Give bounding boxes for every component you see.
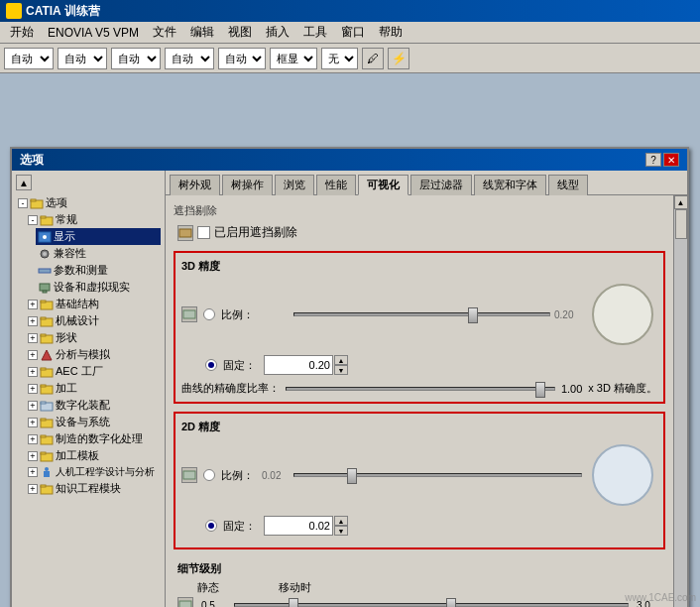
scroll-thumb[interactable]: [675, 209, 687, 239]
menu-edit[interactable]: 编辑: [184, 22, 220, 43]
tree-item-analysis[interactable]: + 分析与模拟: [26, 346, 161, 363]
toolbar-select-4[interactable]: 自动: [165, 48, 214, 69]
tree-expand-general[interactable]: -: [28, 215, 38, 225]
menu-view[interactable]: 视图: [222, 22, 258, 43]
toolbar-btn-2[interactable]: ⚡: [388, 48, 409, 69]
occlusion-icon: [177, 225, 193, 241]
precision-2d-ratio-radio[interactable]: [203, 469, 215, 481]
toolbar-select-3[interactable]: 自动: [111, 48, 161, 69]
title-bar: CATIA 训练营: [0, 0, 700, 22]
svg-rect-19: [41, 368, 46, 370]
curve-label: 曲线的精确度比率：: [181, 381, 280, 396]
menu-start[interactable]: 开始: [4, 22, 40, 43]
menu-bar: 开始 ENOVIA V5 VPM 文件 编辑 视图 插入 工具 窗口 帮助: [0, 22, 700, 44]
svg-rect-31: [44, 471, 50, 477]
tab-visualization[interactable]: 可视化: [358, 175, 408, 195]
precision-3d-fixed-input[interactable]: [264, 355, 333, 375]
tree-item-knowledge[interactable]: + 知识工程模块: [26, 480, 161, 497]
tree-item-measure[interactable]: 参数和测量: [36, 262, 161, 279]
svg-rect-21: [41, 385, 46, 387]
toolbar-select-7[interactable]: 无: [321, 48, 358, 69]
tab-layer-filter[interactable]: 层过滤器: [410, 175, 472, 195]
detail-slider[interactable]: [234, 603, 629, 607]
tree-item-systems[interactable]: + 设备与系统: [26, 414, 161, 430]
menu-enovia[interactable]: ENOVIA V5 VPM: [42, 24, 145, 42]
tree-expand-machining[interactable]: +: [28, 384, 38, 394]
tree-expand-systems[interactable]: +: [28, 418, 38, 427]
precision-2d-fixed-radio[interactable]: [205, 520, 217, 532]
tree-scroll-up[interactable]: ▲: [16, 175, 32, 190]
tree-expand-machtemp[interactable]: +: [28, 451, 38, 461]
tree-item-general[interactable]: - 常规: [26, 211, 161, 228]
menu-insert[interactable]: 插入: [260, 22, 295, 43]
tree-expand-root[interactable]: -: [18, 198, 28, 208]
tab-linewidth-font[interactable]: 线宽和字体: [474, 175, 546, 195]
menu-file[interactable]: 文件: [147, 22, 182, 43]
tree-expand-shape[interactable]: +: [28, 333, 38, 343]
precision-2d-ratio-slider[interactable]: [293, 473, 582, 477]
tree-expand-infra[interactable]: +: [28, 300, 38, 309]
tree-expand-mech[interactable]: +: [28, 316, 38, 326]
dialog-help-button[interactable]: ?: [645, 153, 661, 167]
precision-2d-fixed-down[interactable]: ▼: [334, 526, 348, 536]
scroll-up-arrow[interactable]: ▲: [674, 195, 688, 209]
precision-3d-icon: [181, 306, 197, 322]
tree-item-machtemp[interactable]: + 加工模板: [26, 447, 161, 464]
tree-item-root[interactable]: - 选项: [16, 194, 161, 211]
detail-title: 细节级别: [177, 561, 661, 576]
precision-2d-fixed-up[interactable]: ▲: [334, 516, 348, 526]
svg-point-40: [593, 285, 652, 344]
precision-3d-fixed-label: 固定：: [223, 358, 258, 373]
toolbar-select-5[interactable]: 自动: [218, 48, 266, 69]
precision-3d-ratio-radio[interactable]: [203, 308, 215, 320]
tab-tree-ops[interactable]: 树操作: [222, 175, 273, 195]
tree-item-infra[interactable]: + 基础结构: [26, 296, 161, 312]
tree-expand-knowledge[interactable]: +: [28, 484, 38, 494]
precision-3d-ratio-slider[interactable]: [293, 312, 550, 316]
tree-item-display[interactable]: 显示: [36, 228, 161, 245]
tree-item-aec[interactable]: + AEC 工厂: [26, 363, 161, 380]
precision-2d-fixed-input[interactable]: [264, 516, 333, 536]
dialog-title-bar: 选项 ? ✕: [12, 149, 687, 171]
tree-expand-mfgdigital[interactable]: +: [28, 434, 38, 444]
scroll-track[interactable]: [674, 209, 688, 607]
dialog-close-button[interactable]: ✕: [663, 153, 679, 167]
toolbar-select-1[interactable]: 自动: [4, 48, 54, 69]
tree-item-mechdesign[interactable]: + 机械设计: [26, 312, 161, 329]
precision-3d-fixed-spinner: ▲ ▼: [264, 355, 348, 375]
tree-item-compat[interactable]: 兼容性: [36, 245, 161, 262]
tree-item-digital[interactable]: + 数字化装配: [26, 397, 161, 414]
tree-item-ergon[interactable]: + 人机工程学设计与分析: [26, 464, 161, 480]
precision-3d-fixed-up[interactable]: ▲: [334, 355, 348, 365]
app-title: CATIA 训练营: [26, 3, 100, 20]
occlusion-checkbox[interactable]: [197, 226, 210, 239]
tree-expand-digital[interactable]: +: [28, 401, 38, 411]
precision-2d-fixed-row: 固定： ▲ ▼: [181, 516, 657, 536]
toolbar-select-2[interactable]: 自动: [58, 48, 107, 69]
precision-3d-fixed-radio[interactable]: [205, 359, 217, 371]
occlusion-title: 遮挡剔除: [174, 203, 665, 218]
curve-slider[interactable]: [286, 387, 555, 391]
folder-icon-aec: [40, 365, 54, 379]
toolbar-btn-1[interactable]: 🖊: [362, 48, 384, 69]
menu-help[interactable]: 帮助: [373, 22, 408, 43]
tree-item-devices[interactable]: 设备和虚拟现实: [36, 279, 161, 296]
tree-item-machining[interactable]: + 加工: [26, 380, 161, 397]
tab-browse[interactable]: 浏览: [275, 175, 314, 195]
menu-window[interactable]: 窗口: [335, 22, 371, 43]
tab-linetype[interactable]: 线型: [548, 175, 588, 195]
precision-3d-fixed-down[interactable]: ▼: [334, 365, 348, 375]
tab-performance[interactable]: 性能: [316, 175, 356, 195]
tree-item-mfgdigital[interactable]: + 制造的数字化处理: [26, 430, 161, 447]
tree-item-shape[interactable]: + 形状: [26, 329, 161, 346]
toolbar-select-6[interactable]: 框显: [270, 48, 317, 69]
menu-tools[interactable]: 工具: [297, 22, 333, 43]
tree-expand-aec[interactable]: +: [28, 367, 38, 377]
tree-expand-ergon[interactable]: +: [28, 467, 38, 477]
tab-tree-appearance[interactable]: 树外观: [170, 175, 220, 195]
folder-icon: [30, 196, 44, 210]
detail-labels: 静态 移动时: [197, 580, 661, 595]
svg-marker-17: [42, 350, 52, 360]
tree-expand-analysis[interactable]: +: [28, 350, 38, 360]
svg-point-7: [43, 252, 47, 256]
